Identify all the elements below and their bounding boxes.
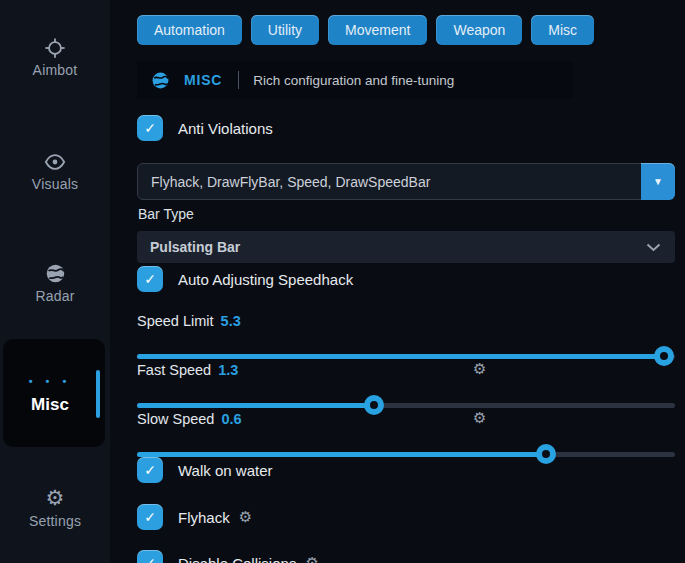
tab-automation[interactable]: Automation [137, 15, 242, 45]
flyhack-row: ✓ Flyhack ⚙ [137, 504, 252, 530]
globe-icon [45, 262, 66, 284]
disable-collisions-row: ✓ Disable Collisions ⚙ [137, 550, 319, 563]
globe-icon [151, 71, 170, 90]
auto-adjusting-speedhack-row: ✓ Auto Adjusting Speedhack [137, 266, 353, 292]
walk-on-water-checkbox[interactable]: ✓ [137, 457, 163, 483]
speed-limit-label: Speed Limit [137, 313, 214, 329]
section-subtitle: Rich configuration and fine-tuning [253, 73, 454, 88]
checkmark-icon: ✓ [144, 120, 156, 136]
walk-on-water-label: Walk on water [178, 462, 272, 479]
anti-violations-label: Anti Violations [178, 120, 273, 137]
slow-speed-slider-block: Slow Speed 0.6 ⚙ [137, 410, 675, 457]
active-indicator [96, 370, 100, 418]
sidebar-item-label: Aimbot [0, 62, 110, 78]
fast-speed-label: Fast Speed [137, 362, 211, 378]
slow-speed-value: 0.6 [221, 411, 241, 427]
tab-weapon[interactable]: Weapon [436, 15, 522, 45]
speed-limit-slider[interactable] [137, 354, 675, 359]
checkmark-icon: ✓ [144, 271, 156, 287]
anti-violations-checkbox[interactable]: ✓ [137, 115, 163, 141]
sidebar-item-label: Visuals [0, 176, 110, 192]
sidebar-item-label: Settings [0, 513, 110, 529]
sidebar-item-aimbot[interactable]: Aimbot [0, 36, 110, 78]
slider-fill [137, 354, 664, 359]
sidebar-item-visuals[interactable]: Visuals [0, 150, 110, 192]
sidebar-item-settings[interactable]: ⚙ Settings [0, 487, 110, 529]
flyhack-checkbox[interactable]: ✓ [137, 504, 163, 530]
speed-limit-value: 5.3 [221, 313, 241, 329]
sidebar-item-radar[interactable]: Radar [0, 262, 110, 304]
slow-speed-gear-icon[interactable]: ⚙ [473, 409, 486, 427]
gear-icon: ⚙ [46, 487, 65, 509]
ellipsis-icon: • • • [3, 375, 97, 387]
tab-utility[interactable]: Utility [251, 15, 319, 45]
divider [238, 71, 239, 89]
fast-speed-slider-block: Fast Speed 1.3 ⚙ [137, 361, 675, 408]
flyhack-label: Flyhack [178, 509, 230, 526]
disable-collisions-checkbox[interactable]: ✓ [137, 550, 163, 563]
bar-type-value: Pulsating Bar [150, 239, 646, 255]
auto-adjusting-speedhack-label: Auto Adjusting Speedhack [178, 271, 353, 288]
disable-collisions-label: Disable Collisions [178, 555, 296, 563]
slider-fill [137, 403, 374, 408]
section-header: MISC Rich configuration and fine-tuning [137, 61, 574, 99]
fast-speed-value: 1.3 [218, 362, 238, 378]
dropdown-triangle-icon: ▼ [653, 176, 663, 187]
checkmark-icon: ✓ [144, 509, 156, 525]
tab-movement[interactable]: Movement [328, 15, 427, 45]
disable-collisions-gear-icon[interactable]: ⚙ [305, 554, 318, 563]
slider-handle[interactable] [536, 444, 556, 464]
auto-adjusting-speedhack-checkbox[interactable]: ✓ [137, 266, 163, 292]
flyhack-gear-icon[interactable]: ⚙ [239, 508, 252, 526]
bar-type-select[interactable]: Pulsating Bar [137, 231, 675, 263]
walk-on-water-row: ✓ Walk on water [137, 457, 272, 483]
dropdown-open-button[interactable]: ▼ [641, 163, 675, 200]
checkmark-icon: ✓ [144, 555, 156, 563]
sidebar-item-label: Misc [3, 395, 97, 415]
fast-speed-slider[interactable] [137, 403, 675, 408]
checkmark-icon: ✓ [144, 462, 156, 478]
bar-type-label: Bar Type [138, 206, 194, 222]
sidebar-item-misc[interactable]: • • • Misc [3, 339, 105, 447]
slow-speed-label: Slow Speed [137, 411, 214, 427]
crosshair-icon [44, 36, 66, 58]
chevron-down-icon [646, 243, 661, 252]
violation-bars-select[interactable]: Flyhack, DrawFlyBar, Speed, DrawSpeedBar… [137, 163, 675, 200]
speed-limit-slider-block: Speed Limit 5.3 [137, 312, 675, 359]
tab-misc[interactable]: Misc [531, 15, 594, 45]
fast-speed-gear-icon[interactable]: ⚙ [473, 360, 486, 378]
sidebar-item-label: Radar [0, 288, 110, 304]
category-tabs: Automation Utility Movement Weapon Misc [137, 15, 594, 45]
section-title: MISC [184, 72, 222, 88]
sidebar: Aimbot Visuals Radar • • • Misc ⚙ Settin… [0, 0, 110, 563]
violation-bars-value: Flyhack, DrawFlyBar, Speed, DrawSpeedBar [151, 174, 641, 190]
eye-icon [43, 150, 67, 172]
anti-violations-row: ✓ Anti Violations [137, 115, 273, 141]
